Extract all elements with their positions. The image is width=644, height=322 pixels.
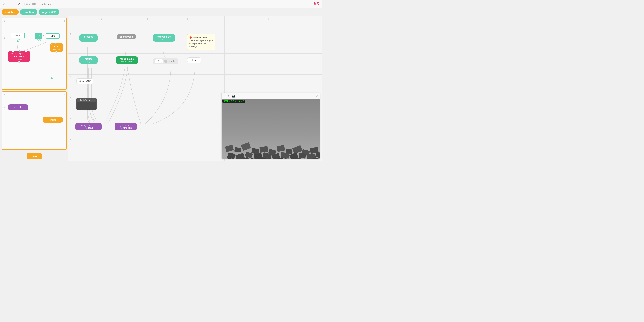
ground-sub: hshow: [118, 124, 134, 126]
svg-rect-21: [307, 154, 316, 159]
canvas-node[interactable]: w h type canvas canvas: [8, 51, 30, 62]
stroke-node[interactable]: stroke #ffffff: [76, 78, 93, 84]
bg-node[interactable]: bg #9b9b9b: [117, 34, 136, 40]
bg-label: bg #9b9b9b: [120, 36, 133, 38]
box-sub: newxywh: [78, 124, 99, 126]
box-label: 🔧 box: [78, 126, 99, 129]
canvas-conn-w: [12, 50, 14, 52]
grid-col-e: e: [268, 18, 269, 20]
engine-purple-node[interactable]: 🔧 engine: [8, 104, 28, 110]
cnv-node-label: cnv: [53, 45, 60, 48]
report-issue-link[interactable]: report issue: [39, 3, 50, 5]
tab-variable[interactable]: variable: [2, 9, 19, 15]
grid-col-a: a: [100, 18, 102, 20]
canvas-sublabels: w h type: [11, 52, 27, 55]
row1-label: 1: [4, 37, 5, 39]
new-button[interactable]: new: [26, 153, 42, 160]
grid-row-label-3: 3: [70, 96, 71, 99]
eng-row2-label: 2: [4, 122, 5, 125]
ground-node[interactable]: hshow 🔧 ground: [115, 123, 137, 130]
preview-maximize-icon[interactable]: ↗: [316, 94, 318, 98]
svg-rect-2: [234, 147, 242, 152]
canvas-size-node[interactable]: canvas size wh: [153, 34, 175, 42]
random-size-label: random size: [118, 58, 135, 60]
left-panel: a b 1 2 num ×: [0, 16, 68, 161]
canvas-conn-type: [25, 50, 27, 52]
engine-orange-label: engine: [49, 118, 56, 121]
preview-refresh-icon[interactable]: ↺: [227, 94, 230, 98]
grid-col-c: c: [187, 18, 188, 20]
preview-window: □ ↺ 📷 ↗ 59FPS ( 56 ~ 63 ): [222, 92, 320, 159]
ground-label: 🔧 ground: [118, 126, 134, 129]
cnv-node[interactable]: cnv canvas: [50, 43, 63, 52]
pressed-sub: p: [82, 38, 95, 40]
fraction-node[interactable]: fraction: [153, 58, 178, 64]
welcome-note: 🔴Welcome to b5! This is the physical eng…: [187, 34, 215, 50]
grid-row-2: [68, 74, 322, 75]
canvas-node-sublabel: canvas: [11, 58, 27, 60]
row2-label: 2: [4, 61, 5, 63]
list-icon[interactable]: ☰: [10, 2, 14, 6]
pressed-label: pressed: [82, 36, 95, 38]
canvas-conn-out: [18, 61, 20, 63]
tab-object[interactable]: object WIP: [39, 9, 59, 15]
preview-canvas: 59FPS ( 56 ~ 63 ): [222, 99, 320, 159]
num-300-input[interactable]: [46, 33, 60, 39]
num-300-container: ×: [35, 33, 60, 39]
grid-row-label-1: 1: [70, 33, 71, 36]
tab-function[interactable]: function: [20, 9, 38, 15]
num-500-node[interactable]: num: [11, 33, 25, 41]
preview-square-icon[interactable]: □: [224, 94, 225, 98]
true-node[interactable]: true: [187, 57, 201, 63]
grid-col-d: d: [230, 18, 231, 20]
grid-row-1: [68, 53, 322, 54]
canvas-size-label: canvas size: [156, 36, 172, 38]
grid-row-label-5: 5: [70, 138, 71, 140]
num-500-input[interactable]: [11, 33, 25, 38]
target-icon[interactable]: ⊙: [2, 2, 6, 6]
grid-row-label-4: 4: [70, 118, 71, 120]
preview-toolbar: □ ↺ 📷 ↗: [222, 93, 320, 99]
engine-section: a b 1 2 🔧 engine engine: [2, 91, 67, 150]
fps-badge: 59FPS ( 56 ~ 63 ): [222, 100, 245, 103]
random-size-sub: valuevalue: [118, 60, 135, 62]
section1-header: a b: [4, 20, 65, 22]
true-label: true: [190, 59, 198, 62]
main-layout: a b 1 2 num ×: [0, 16, 322, 161]
section2-header: a b: [4, 94, 65, 96]
share-icon[interactable]: ↗: [17, 2, 21, 6]
box-node[interactable]: newxywh 🔧 box: [76, 123, 102, 130]
svg-rect-5: [260, 146, 268, 152]
tabbar: variable function object WIP: [0, 8, 322, 16]
section2-nodes: 1 2 🔧 engine engine: [4, 97, 65, 151]
pressed-node[interactable]: pressed p: [80, 34, 98, 42]
topbar: ⊙ ☰ ↗ v 0.2.2+ beta report issue b5: [0, 0, 322, 8]
fraction-slider-icon: [164, 60, 168, 63]
mouse-node[interactable]: mouse xy: [80, 56, 98, 64]
num-300-label: num: [37, 39, 41, 41]
num-300-node[interactable]: [46, 33, 60, 39]
fraction-label: fraction: [170, 60, 176, 62]
sim-svg: [222, 99, 320, 159]
version-label: v 0.2.2+ beta: [24, 3, 36, 5]
grid-row-label-2: 2: [70, 76, 71, 78]
num-500-connector: [17, 40, 18, 42]
num-dropdown[interactable]: [35, 33, 42, 39]
canvas-section: a b 1 2 num ×: [2, 18, 67, 90]
num-300-connector: [51, 78, 52, 79]
right-panel: a b c d e 1 2 3 4 5 6: [68, 16, 322, 161]
random-size-node[interactable]: random size valuevalue: [116, 56, 138, 64]
fill-node[interactable]: fill #4a4a4a: [76, 98, 96, 110]
canvas-conn-h: [18, 50, 20, 52]
section1-nodes: 1 2 num × num: [4, 23, 65, 91]
app-logo: b5: [314, 2, 319, 7]
preview-camera-icon[interactable]: 📷: [232, 94, 235, 98]
engine-purple-label: engine: [16, 106, 23, 108]
engine-orange-node[interactable]: engine: [43, 117, 63, 122]
fill-body: [77, 102, 96, 110]
canvas-size-sub: wh: [156, 38, 172, 40]
fraction-input[interactable]: [155, 59, 163, 63]
mouse-sub: xy: [82, 60, 95, 62]
fill-header: fill #4a4a4a: [77, 98, 96, 102]
grid-row-label-6: 6: [70, 156, 71, 158]
